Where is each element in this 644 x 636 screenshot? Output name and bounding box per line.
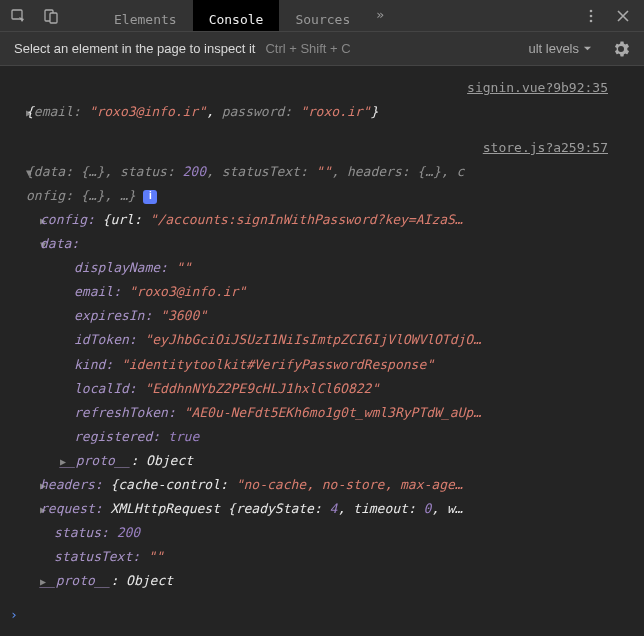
collapse-arrow-icon[interactable] [12, 160, 26, 208]
svg-rect-2 [50, 13, 57, 23]
more-tabs-button[interactable]: » [366, 0, 394, 31]
tab-elements[interactable]: Elements [98, 0, 193, 31]
expand-arrow-icon[interactable] [12, 569, 40, 593]
prop-localid: localId: "EddhnNYbZ2PE9cHLJ1hxlCl6O822" [12, 377, 632, 401]
svg-point-4 [590, 14, 593, 17]
prop-registered: registered: true [12, 425, 632, 449]
inspect-icon[interactable] [10, 7, 28, 25]
log-entry-1: {email: "roxo3@info.ir", password: "roxo… [12, 100, 632, 124]
console-output: signin.vue?9b92:35 {email: "roxo3@info.i… [0, 66, 644, 601]
chevron-down-icon [583, 44, 592, 53]
prop-proto-inner: __proto__: Object [12, 449, 632, 473]
brace: } [370, 104, 378, 119]
expand-arrow-icon[interactable] [12, 497, 40, 521]
devtools-toolbar: Elements Console Sources » [0, 0, 644, 32]
log-entry-2: {data: {…}, status: 200, statusText: "",… [12, 160, 632, 208]
collapse-arrow-icon[interactable] [12, 232, 40, 256]
panel-tabs: Elements Console Sources » [98, 0, 394, 31]
gear-icon[interactable] [612, 40, 630, 58]
source-link-signin[interactable]: signin.vue?9b92:35 [12, 76, 632, 100]
source-link-store[interactable]: store.js?a259:57 [12, 136, 632, 160]
prop-proto-outer: __proto__: Object [12, 569, 632, 593]
svg-point-5 [590, 19, 593, 22]
prop-idtoken: idToken: "eyJhbGciOiJSUzI1NiIsImtpZCI6Ij… [12, 328, 632, 352]
close-icon[interactable] [614, 7, 632, 25]
val-password: "roxo.ir" [300, 104, 370, 119]
more-tabs-label: » [376, 7, 384, 22]
inspect-tooltip: Select an element in the page to inspect… [14, 41, 255, 56]
prop-displayname: displayName: "" [12, 256, 632, 280]
key-password: password: [222, 104, 292, 119]
log-levels-dropdown[interactable]: ult levels [528, 41, 592, 56]
svg-point-3 [590, 9, 593, 12]
prop-headers: headers: {cache-control: "no-cache, no-s… [12, 473, 632, 497]
expand-arrow-icon[interactable] [12, 100, 26, 124]
tab-sources-label: Sources [295, 12, 350, 27]
tab-elements-label: Elements [114, 12, 177, 27]
tab-sources[interactable]: Sources [279, 0, 366, 31]
prop-kind: kind: "identitytoolkit#VerifyPasswordRes… [12, 353, 632, 377]
toolbar-right-icons [570, 7, 644, 25]
log-levels-label: ult levels [528, 41, 579, 56]
expand-arrow-icon[interactable] [12, 473, 40, 497]
prop-statustext: statusText: "" [12, 545, 632, 569]
val-email: "roxo3@info.ir" [89, 104, 206, 119]
expand-arrow-icon[interactable] [12, 208, 40, 232]
key-email: email: [34, 104, 81, 119]
tab-console-label: Console [209, 12, 264, 27]
prop-refreshtoken: refreshToken: "AE0u-NeFdt5EKh6mo1g0t_wml… [12, 401, 632, 425]
brace: { [26, 104, 34, 119]
kebab-icon[interactable] [582, 7, 600, 25]
inspect-shortcut: Ctrl + Shift + C [265, 41, 350, 56]
prop-expiresin: expiresIn: "3600" [12, 304, 632, 328]
device-toggle-icon[interactable] [42, 7, 60, 25]
prop-data: data: [12, 232, 632, 256]
tab-console[interactable]: Console [193, 0, 280, 31]
prop-email: email: "roxo3@info.ir" [12, 280, 632, 304]
toolbar-left-icons [0, 7, 70, 25]
prop-status: status: 200 [12, 521, 632, 545]
expand-arrow-icon[interactable] [12, 449, 60, 473]
prop-config: config: {url: "/accounts:signInWithPassw… [12, 208, 632, 232]
info-badge-icon[interactable]: i [143, 190, 157, 204]
console-toolbar: Select an element in the page to inspect… [0, 32, 644, 66]
prop-request: request: XMLHttpRequest {readyState: 4, … [12, 497, 632, 521]
console-prompt[interactable]: › [10, 607, 18, 622]
